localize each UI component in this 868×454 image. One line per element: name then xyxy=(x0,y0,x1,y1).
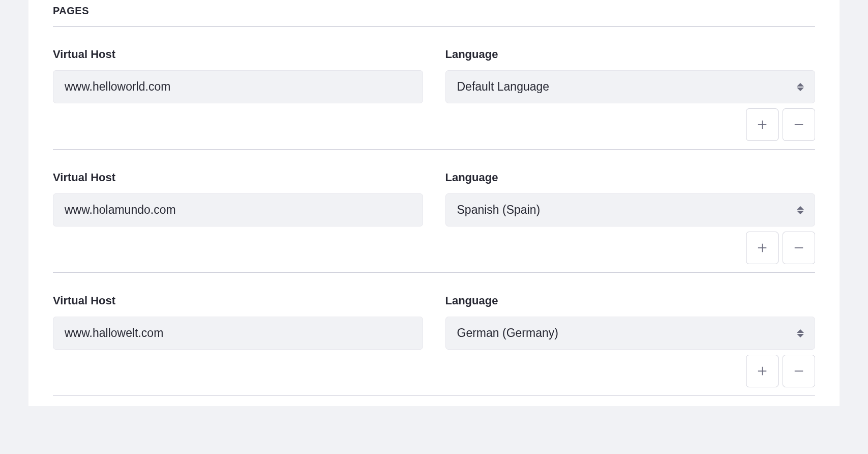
language-select[interactable]: German (Germany) xyxy=(445,317,816,350)
virtual-host-label: Virtual Host xyxy=(53,48,423,61)
remove-row-button[interactable] xyxy=(783,232,815,264)
remove-row-button[interactable] xyxy=(783,355,815,387)
virtual-host-label: Virtual Host xyxy=(53,171,423,184)
pages-panel: PAGES Virtual Host Language Default Lang… xyxy=(28,0,840,406)
virtual-host-row: Virtual Host Language Default Language xyxy=(53,26,815,150)
language-label: Language xyxy=(445,294,816,307)
virtual-host-row: Virtual Host Language German (Germany) xyxy=(53,273,815,396)
language-label: Language xyxy=(445,48,816,61)
plus-icon xyxy=(757,242,768,253)
minus-icon xyxy=(793,365,804,377)
minus-icon xyxy=(793,242,804,253)
add-row-button[interactable] xyxy=(746,108,779,141)
add-row-button[interactable] xyxy=(746,355,779,387)
virtual-host-input[interactable] xyxy=(53,317,423,350)
virtual-host-input[interactable] xyxy=(53,70,423,103)
virtual-host-input[interactable] xyxy=(53,193,423,226)
language-label: Language xyxy=(445,171,816,184)
language-select[interactable]: Spanish (Spain) xyxy=(445,193,816,226)
language-select[interactable]: Default Language xyxy=(445,70,816,103)
virtual-host-label: Virtual Host xyxy=(53,294,423,307)
virtual-host-row: Virtual Host Language Spanish (Spain) xyxy=(53,150,815,273)
plus-icon xyxy=(757,365,768,377)
minus-icon xyxy=(793,119,804,130)
remove-row-button[interactable] xyxy=(783,108,815,141)
add-row-button[interactable] xyxy=(746,232,779,264)
section-title: PAGES xyxy=(53,0,815,26)
plus-icon xyxy=(757,119,768,130)
